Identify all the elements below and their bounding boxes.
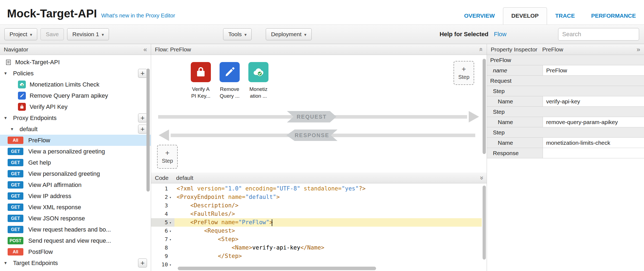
code-line[interactable]: 2 <ProxyEndpoint name="default"> [151, 193, 482, 201]
add-target-endpoint-button[interactable] [138, 258, 147, 267]
prop-value-step-name[interactable]: remove-query-param-apikey [543, 117, 644, 127]
deployment-button[interactable]: Deployment [266, 28, 311, 40]
prop-value-step-name[interactable]: monetization-limits-check [543, 138, 644, 148]
expand-triangle-icon[interactable] [11, 126, 16, 132]
code-line[interactable]: 8 <Name>verify-api-key</Name> [151, 244, 482, 252]
flow-step-verify-api-key[interactable]: Verify A PI Key... [186, 62, 215, 99]
collapse-code-icon[interactable] [478, 176, 484, 180]
code-line[interactable]: 3 <Description/> [151, 201, 482, 210]
expand-triangle-icon[interactable] [4, 115, 10, 121]
fold-arrow-icon[interactable] [168, 260, 173, 269]
nav-section-policies[interactable]: Policies [0, 68, 151, 79]
search-input[interactable] [558, 28, 639, 41]
method-badge: GET [8, 159, 23, 166]
code-vertical-scrollbar[interactable] [483, 186, 486, 260]
collapse-flow-icon[interactable] [478, 48, 484, 51]
nav-flow-item[interactable]: GET View API affirmation [0, 179, 151, 190]
nav-flow-item[interactable]: GET View personalized greeting [0, 168, 151, 179]
line-number: 10 [161, 260, 168, 269]
whats-new-link[interactable]: What's new in the Proxy Editor [101, 13, 175, 19]
prop-header-request: Request [487, 76, 644, 86]
add-policy-button[interactable] [138, 69, 147, 78]
nav-flow-item[interactable]: GET View request headers and bo... [0, 224, 151, 235]
help-flow-link[interactable]: Flow [494, 31, 507, 38]
tab-performance[interactable]: PERFORMANCE [583, 8, 644, 24]
nav-section-target-endpoints[interactable]: Target Endpoints [0, 257, 151, 269]
line-number: 9 [165, 252, 168, 260]
fold-arrow-icon[interactable] [168, 193, 173, 202]
pencil-icon [220, 62, 240, 82]
code-horizontal-scrollbar[interactable] [178, 267, 376, 270]
nav-flow-item[interactable]: GET View XML response [0, 202, 151, 213]
nav-flow-item[interactable]: GET View IP address [0, 190, 151, 202]
code-line[interactable]: 1 <?xml version="1.0" encoding="UTF-8" s… [151, 184, 482, 193]
lock-icon [191, 62, 211, 82]
prop-value-step-name[interactable]: verify-api-key [543, 96, 644, 106]
code-line[interactable]: 9 </Step> [151, 252, 482, 260]
fold-arrow-icon[interactable] [168, 218, 173, 227]
add-flow-button[interactable] [138, 125, 147, 134]
nav-group-default[interactable]: default [0, 124, 151, 135]
tab-overview[interactable]: OVERVIEW [456, 8, 503, 24]
add-proxy-endpoint-button[interactable] [138, 113, 147, 122]
nav-flow-item[interactable]: POST Send request and view reque... [0, 235, 151, 246]
cloud-check-icon [18, 81, 26, 88]
expand-triangle-icon[interactable] [4, 70, 10, 76]
main-tabs: OVERVIEW DEVELOP TRACE PERFORMANCE [456, 7, 644, 24]
expand-triangle-icon[interactable] [4, 260, 10, 266]
tab-trace[interactable]: TRACE [547, 8, 583, 24]
title-wrap: Mock-Target-API What's new in the Proxy … [7, 7, 175, 24]
code-editor[interactable]: 1 <?xml version="1.0" encoding="UTF-8" s… [151, 183, 487, 271]
code-line[interactable]: 4 <FaultRules/> [151, 210, 482, 218]
code-line[interactable]: 7 <Step> [151, 235, 482, 244]
nav-policy-verify-api-key[interactable]: Verify API Key [0, 101, 151, 112]
prop-field-step-name: Name remove-query-param-apikey [487, 117, 644, 127]
flow-panel-header: Flow: PreFlow [151, 44, 487, 55]
property-inspector-subtitle: PreFlow [542, 46, 563, 53]
nav-root-label: Mock-Target-API [15, 59, 60, 66]
policy-label: Verify API Key [30, 103, 67, 110]
code-line-active[interactable]: 5 <PreFlow name="PreFlow"> [151, 218, 482, 227]
prop-value-response[interactable] [543, 148, 644, 158]
revision-button[interactable]: Revision 1 [67, 28, 109, 40]
flow-canvas: Verify A PI Key... Remove Query ... [151, 55, 487, 173]
collapse-navigator-icon[interactable] [143, 46, 147, 53]
flow-scrollbar[interactable] [483, 59, 486, 154]
tab-develop[interactable]: DEVELOP [503, 7, 547, 24]
main-area: Navigator Mock-Target-API Policies [0, 44, 644, 271]
nav-flow-item[interactable]: GET View JSON response [0, 213, 151, 224]
fold-arrow-icon[interactable] [168, 226, 173, 235]
caret-down-icon [304, 31, 306, 38]
nav-policy-monetization[interactable]: Monetization Limits Check [0, 79, 151, 90]
nav-flow-preflow[interactable]: All PreFlow [0, 135, 151, 146]
expand-inspector-icon[interactable] [637, 46, 640, 53]
add-step-request-button[interactable]: + Step [454, 61, 474, 85]
nav-section-proxy-endpoints[interactable]: Proxy Endpoints [0, 112, 151, 124]
method-badge: All [8, 248, 23, 255]
policy-label: Monetization Limits Check [30, 81, 99, 88]
save-button[interactable]: Save [40, 28, 64, 40]
project-button[interactable]: Project [4, 28, 37, 40]
add-step-response-button[interactable]: + Step [157, 145, 178, 169]
nav-flow-postflow[interactable]: All PostFlow [0, 246, 151, 257]
nav-policy-remove-query[interactable]: Remove Query Param apikey [0, 90, 151, 101]
navigator-scrollbar[interactable] [146, 69, 150, 192]
method-badge: GET [8, 226, 23, 233]
prop-field-name: name PreFlow [487, 65, 644, 76]
tools-button[interactable]: Tools [223, 28, 252, 40]
code-line[interactable]: 6 <Request> [151, 227, 482, 235]
flow-step-monetization[interactable]: Monetiz ation ... [244, 62, 273, 99]
top-header: Mock-Target-API What's new in the Proxy … [0, 0, 644, 24]
line-number: 6 [165, 227, 168, 235]
method-badge: POST [8, 237, 23, 244]
flow-step-remove-query[interactable]: Remove Query ... [215, 62, 244, 99]
code-text: <FaultRules/> [174, 210, 482, 218]
method-badge: GET [8, 148, 23, 155]
nav-flow-item[interactable]: GET View a personalized greeting [0, 146, 151, 157]
nav-root-item[interactable]: Mock-Target-API [0, 57, 151, 68]
nav-flow-item[interactable]: GET Get help [0, 157, 151, 168]
prop-value-name[interactable]: PreFlow [543, 65, 644, 75]
fold-arrow-icon[interactable] [168, 235, 173, 244]
section-label: Policies [13, 70, 34, 77]
line-number: 4 [165, 210, 168, 218]
